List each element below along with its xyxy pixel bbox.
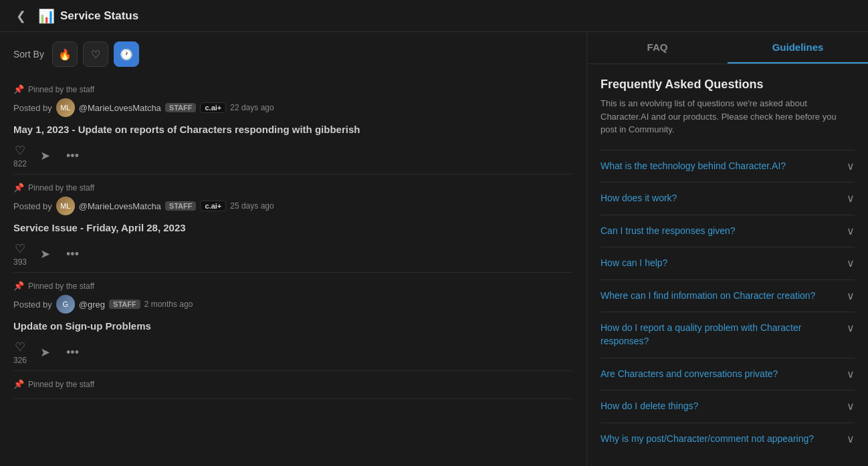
chevron-down-icon: ∨	[847, 192, 855, 205]
chevron-down-icon: ∨	[847, 368, 855, 380]
pinned-text: Pinned by the staff	[28, 380, 94, 389]
share-button[interactable]: ➤	[37, 146, 53, 166]
sort-likes-button[interactable]: ♡	[83, 41, 108, 67]
share-button[interactable]: ➤	[37, 342, 53, 362]
back-button[interactable]: ❮	[11, 6, 31, 26]
chevron-down-icon: ∨	[847, 289, 855, 302]
right-panel: FAQ Guidelines Frequently Asked Question…	[587, 32, 868, 466]
pin-icon: 📌	[13, 183, 24, 193]
faq-item[interactable]: How do I report a quality problem with C…	[601, 312, 855, 357]
pinned-text: Pinned by the staff	[28, 281, 94, 291]
post-meta: Posted by ML @MarieLovesMatcha STAFF c.a…	[13, 197, 573, 215]
like-button[interactable]: ♡ 393	[13, 241, 27, 267]
posted-by-label: Posted by	[13, 300, 52, 310]
pinned-label: 📌 Pinned by the staff	[13, 84, 573, 94]
pinned-text: Pinned by the staff	[28, 85, 94, 94]
staff-badge: STAFF	[165, 201, 197, 211]
share-button[interactable]: ➤	[37, 244, 53, 264]
post-meta: Posted by G @greg STAFF 2 months ago	[13, 295, 573, 314]
username[interactable]: @greg	[79, 300, 105, 310]
time-ago: 2 months ago	[144, 300, 193, 309]
staff-badge: STAFF	[165, 103, 197, 112]
post-title[interactable]: Update on Sign-up Problems	[13, 319, 573, 333]
more-button[interactable]: •••	[64, 245, 82, 264]
post-item: 📌 Pinned by the staff Posted by G @greg …	[13, 273, 573, 371]
header: ❮ 📊 Service Status	[0, 0, 868, 32]
faq-question: Where can I find information on Characte…	[601, 289, 840, 303]
like-count: 393	[13, 257, 27, 267]
heart-icon: ♡	[15, 340, 25, 354]
post-item: 📌 Pinned by the staff	[13, 371, 573, 399]
faq-title: Frequently Asked Questions	[601, 78, 855, 92]
username[interactable]: @MarieLovesMatcha	[79, 103, 161, 113]
tab-faq[interactable]: FAQ	[587, 32, 728, 64]
post-actions: ♡ 326 ➤ •••	[13, 340, 573, 365]
more-button[interactable]: •••	[64, 343, 82, 362]
faq-item[interactable]: How does it work? ∨	[601, 182, 855, 215]
heart-icon: ♡	[15, 241, 25, 256]
faq-item[interactable]: How can I help? ∨	[601, 247, 855, 279]
faq-description: This is an evolving list of questions we…	[601, 97, 855, 136]
like-count: 822	[13, 159, 27, 168]
faq-item[interactable]: What is the technology behind Character.…	[601, 150, 855, 183]
sort-bar: Sort By 🔥 ♡ 🕐	[13, 32, 573, 76]
faq-item[interactable]: Why is my post/Character/comment not app…	[601, 423, 855, 455]
post-title[interactable]: May 1, 2023 - Update on reports of Chara…	[13, 122, 573, 136]
cai-badge: c.ai+	[200, 102, 226, 113]
posted-by-label: Posted by	[13, 201, 52, 211]
chevron-down-icon: ∨	[847, 433, 855, 445]
time-ago: 25 days ago	[230, 201, 274, 211]
service-status-icon: 📊	[38, 8, 55, 24]
chevron-down-icon: ∨	[847, 322, 855, 334]
faq-item[interactable]: Can I trust the responses given? ∨	[601, 215, 855, 247]
faq-item[interactable]: Are Characters and conversations private…	[601, 358, 855, 390]
posted-by-label: Posted by	[13, 103, 52, 113]
pin-icon: 📌	[13, 84, 24, 94]
sort-recent-button[interactable]: 🕐	[114, 41, 139, 67]
post-item: 📌 Pinned by the staff Posted by ML @Mari…	[13, 76, 573, 174]
avatar: ML	[56, 98, 75, 117]
heart-icon: ♡	[15, 143, 25, 158]
faq-item[interactable]: Where can I find information on Characte…	[601, 279, 855, 312]
page-title: Service Status	[60, 9, 138, 23]
avatar: G	[56, 295, 75, 314]
pinned-label: 📌 Pinned by the staff	[13, 379, 573, 389]
faq-question: How can I help?	[601, 257, 840, 270]
chevron-down-icon: ∨	[847, 400, 855, 413]
pinned-label: 📌 Pinned by the staff	[13, 183, 573, 193]
sort-trending-button[interactable]: 🔥	[52, 41, 78, 67]
pin-icon: 📌	[13, 281, 24, 291]
pinned-text: Pinned by the staff	[28, 183, 94, 193]
chevron-down-icon: ∨	[847, 257, 855, 269]
chevron-down-icon: ∨	[847, 225, 855, 237]
avatar: ML	[56, 197, 75, 215]
cai-badge: c.ai+	[200, 201, 226, 211]
post-actions: ♡ 822 ➤ •••	[13, 143, 573, 168]
faq-question: How does it work?	[601, 192, 840, 205]
sort-label: Sort By	[13, 49, 44, 60]
tab-guidelines[interactable]: Guidelines	[728, 32, 868, 64]
username[interactable]: @MarieLovesMatcha	[79, 201, 161, 211]
faq-question: What is the technology behind Character.…	[601, 160, 840, 173]
post-item: 📌 Pinned by the staff Posted by ML @Mari…	[13, 174, 573, 273]
faq-question: Why is my post/Character/comment not app…	[601, 433, 840, 446]
main-layout: Sort By 🔥 ♡ 🕐 📌 Pinned by the staff Post…	[0, 32, 868, 466]
faq-question: Are Characters and conversations private…	[601, 368, 840, 381]
pinned-label: 📌 Pinned by the staff	[13, 281, 573, 291]
chevron-down-icon: ∨	[847, 160, 855, 172]
post-title[interactable]: Service Issue - Friday, April 28, 2023	[13, 221, 573, 235]
like-button[interactable]: ♡ 326	[13, 340, 27, 365]
staff-badge: STAFF	[109, 300, 140, 309]
time-ago: 22 days ago	[230, 103, 274, 112]
faq-item[interactable]: How do I delete things? ∨	[601, 390, 855, 423]
left-panel: Sort By 🔥 ♡ 🕐 📌 Pinned by the staff Post…	[0, 32, 587, 466]
more-button[interactable]: •••	[64, 146, 82, 166]
post-actions: ♡ 393 ➤ •••	[13, 241, 573, 267]
pin-icon: 📌	[13, 379, 24, 389]
tabs-row: FAQ Guidelines	[587, 32, 868, 64]
faq-question: Can I trust the responses given?	[601, 225, 840, 238]
like-button[interactable]: ♡ 822	[13, 143, 27, 168]
like-count: 326	[13, 356, 27, 365]
post-meta: Posted by ML @MarieLovesMatcha STAFF c.a…	[13, 98, 573, 117]
faq-question: How do I report a quality problem with C…	[601, 322, 840, 348]
